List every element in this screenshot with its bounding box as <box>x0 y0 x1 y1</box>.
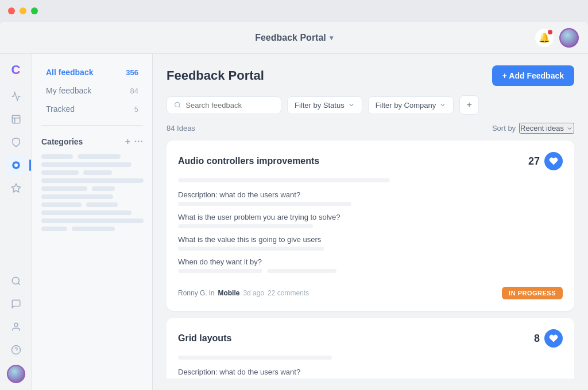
sidebar-icon-search[interactable] <box>6 271 26 291</box>
filter-status-label: Filter by Status <box>295 101 345 110</box>
nav-item-all-feedback-label: All feedback <box>46 68 93 77</box>
svg-rect-0 <box>12 115 20 123</box>
nav-item-tracked-count: 5 <box>134 105 138 114</box>
card-1-vote: 8 <box>534 329 563 348</box>
card-1-heart-button[interactable] <box>544 329 563 348</box>
results-count: 84 Ideas <box>167 124 195 132</box>
minimize-button[interactable] <box>20 7 26 14</box>
sidebar-icon-shield[interactable] <box>6 132 26 153</box>
sk <box>41 170 79 175</box>
topnav-title-group[interactable]: Feedback Portal ▾ <box>255 33 333 43</box>
user-avatar-topnav[interactable] <box>559 28 579 48</box>
card-0-title: Audio controllers improvements <box>178 156 319 166</box>
sort-value: Recent ideas <box>520 124 564 132</box>
feedback-card-0: Audio controllers improvements 27 Descri… <box>167 141 574 311</box>
svg-line-7 <box>18 283 20 284</box>
card-0-vote-count: 27 <box>528 155 540 167</box>
card-0-title-underline <box>178 178 390 182</box>
filter-status-button[interactable]: Filter by Status <box>287 96 362 114</box>
topnav-chevron-icon: ▾ <box>330 34 333 42</box>
logo-text: C <box>11 63 21 77</box>
category-skeleton-4 <box>41 178 144 183</box>
category-skeleton-2 <box>41 162 131 167</box>
topnav-title-text: Feedback Portal <box>255 33 326 43</box>
nav-item-my-feedback[interactable]: My feedback 84 <box>37 81 148 100</box>
notification-badge <box>548 30 552 34</box>
nav-item-my-feedback-label: My feedback <box>46 86 91 95</box>
notification-button[interactable]: 🔔 <box>535 29 554 47</box>
nav-item-tracked[interactable]: Tracked 5 <box>37 100 148 118</box>
sk <box>41 227 67 231</box>
close-button[interactable] <box>8 7 15 14</box>
heart-icon-2 <box>549 334 558 343</box>
more-category-button[interactable]: ⋯ <box>134 137 143 146</box>
sidebar-avatar[interactable] <box>7 365 25 383</box>
search-input[interactable] <box>185 101 274 110</box>
sk <box>41 186 87 191</box>
category-skeleton-8 <box>41 210 131 215</box>
card-0-field-2-sk <box>178 247 324 251</box>
card-0-author: Ronny G. in <box>178 289 214 297</box>
add-category-button[interactable]: + <box>125 137 130 146</box>
svg-line-12 <box>179 106 180 107</box>
sk <box>41 202 82 207</box>
search-box[interactable] <box>167 96 281 114</box>
secondary-sidebar: All feedback 356 My feedback 84 Tracked … <box>32 54 153 390</box>
card-1-title-underline <box>178 356 332 360</box>
sidebar-icon-activity[interactable] <box>6 86 26 107</box>
sk <box>83 170 112 175</box>
sk <box>41 154 73 159</box>
category-skeleton-1 <box>32 154 152 159</box>
sidebar-icon-feedback[interactable] <box>6 155 26 176</box>
cards-area: Audio controllers improvements 27 Descri… <box>167 141 574 379</box>
filter-add-button[interactable]: + <box>459 95 479 115</box>
sidebar-icon-person[interactable] <box>6 317 26 337</box>
main-content: Feedback Portal + Add Feedback Filter by… <box>153 54 588 390</box>
category-skeleton-6 <box>41 194 113 199</box>
sidebar-icon-chat[interactable] <box>6 294 26 314</box>
card-1-field-0-label: Description: what do the users want? <box>178 368 563 376</box>
category-skeleton-10 <box>32 227 152 231</box>
card-0-time: 3d ago <box>243 289 264 297</box>
card-0-field-0-label: Description: what do the users want? <box>178 190 563 199</box>
card-1-vote-count: 8 <box>534 333 540 345</box>
sidebar-icons-top <box>6 86 26 268</box>
svg-point-4 <box>14 163 18 167</box>
card-0-header-row: Audio controllers improvements 27 <box>178 152 563 170</box>
sort-by-label: Sort by <box>492 124 516 132</box>
card-0-field-2: What is the value this is going to give … <box>178 235 563 251</box>
card-0-field-0: Description: what do the users want? <box>178 190 563 206</box>
categories-header: Categories + ⋯ <box>32 132 152 151</box>
category-skeleton-9 <box>41 219 144 223</box>
search-icon <box>174 101 181 109</box>
nav-item-all-feedback[interactable]: All feedback 356 <box>37 63 148 81</box>
sort-button[interactable]: Recent ideas <box>519 123 574 134</box>
filter-company-label: Filter by Company <box>376 101 436 110</box>
svg-point-11 <box>175 102 180 107</box>
card-0-field-1-sk <box>178 224 313 228</box>
results-row: 84 Ideas Sort by Recent ideas <box>167 123 574 134</box>
app-window: Feedback Portal ▾ 🔔 C <box>0 22 588 390</box>
sidebar-icon-star[interactable] <box>6 178 26 198</box>
add-feedback-button[interactable]: + Add Feedback <box>492 65 574 86</box>
sidebar-icon-bookmark[interactable] <box>6 109 26 130</box>
sidebar-icons-bottom <box>6 271 26 383</box>
svg-point-8 <box>14 323 18 326</box>
filters-row: Filter by Status Filter by Company + <box>167 95 574 115</box>
titlebar <box>0 0 588 22</box>
nav-item-all-feedback-count: 356 <box>126 68 138 77</box>
card-1-header-row: Grid layouts 8 <box>178 329 563 348</box>
nav-item-tracked-label: Tracked <box>46 104 75 114</box>
category-skeleton-7 <box>32 202 152 207</box>
card-0-field-3-sk2 <box>267 269 336 273</box>
sidebar-icon-help[interactable] <box>6 340 26 360</box>
maximize-button[interactable] <box>31 7 38 14</box>
card-0-status-badge: IN PROGRESS <box>502 287 563 299</box>
card-0-heart-button[interactable] <box>544 152 563 170</box>
card-0-vote: 27 <box>528 152 563 170</box>
card-0-footer: Ronny G. in Mobile 3d ago 22 comments IN… <box>178 281 563 299</box>
filter-company-button[interactable]: Filter by Company <box>368 96 454 114</box>
app-logo: C <box>7 61 25 79</box>
categories-actions: + ⋯ <box>125 137 143 146</box>
category-skeleton-3 <box>32 170 152 175</box>
